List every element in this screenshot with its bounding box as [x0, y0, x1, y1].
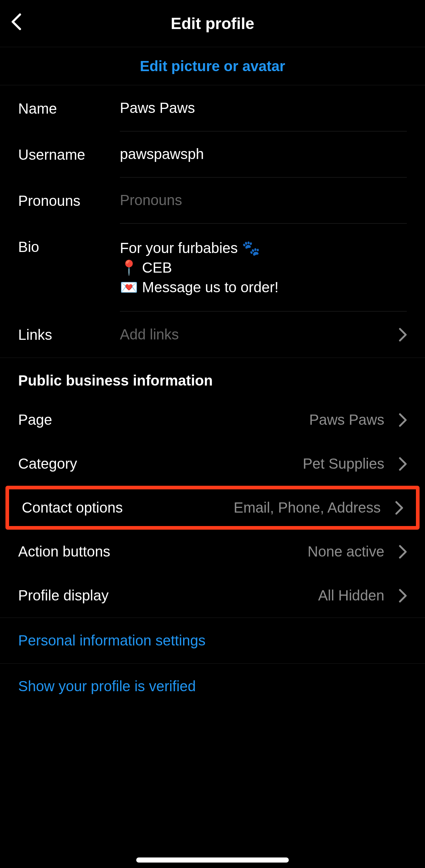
edit-picture-row[interactable]: Edit picture or avatar [0, 47, 425, 85]
links-placeholder: Add links [120, 326, 392, 343]
business-section-header: Public business information [0, 358, 425, 398]
personal-info-row[interactable]: Personal information settings [0, 618, 425, 663]
bio-label: Bio [18, 238, 120, 255]
chevron-left-icon [11, 13, 22, 31]
chevron-right-icon [399, 328, 407, 342]
header: Edit profile [0, 0, 425, 47]
bio-value: For your furbabies 🐾 📍 CEB 💌 Message us … [120, 238, 407, 297]
chevron-right-icon [399, 457, 407, 471]
verified-row[interactable]: Show your profile is verified [0, 663, 425, 709]
profile-display-label: Profile display [18, 587, 318, 604]
chevron-right-icon [399, 589, 407, 603]
chevron-right-icon [399, 545, 407, 559]
contact-options-value: Email, Phone, Address [234, 500, 381, 516]
form-section: Name Paws Paws Username pawspawsph Prono… [0, 85, 425, 358]
category-value: Pet Supplies [303, 456, 384, 472]
page-row[interactable]: Page Paws Paws [0, 398, 425, 442]
category-label: Category [18, 456, 303, 472]
chevron-right-icon [399, 413, 407, 427]
name-label: Name [18, 100, 120, 117]
action-buttons-label: Action buttons [18, 543, 308, 560]
username-row[interactable]: Username pawspawsph [0, 131, 425, 178]
contact-options-label: Contact options [22, 500, 234, 516]
verified-link: Show your profile is verified [18, 678, 196, 694]
back-button[interactable] [7, 13, 25, 31]
username-value: pawspawsph [120, 146, 407, 162]
personal-info-link: Personal information settings [18, 632, 206, 648]
bio-row[interactable]: Bio For your furbabies 🐾 📍 CEB 💌 Message… [0, 224, 425, 311]
edit-picture-link: Edit picture or avatar [140, 58, 285, 74]
page-label: Page [18, 412, 309, 428]
contact-options-highlight: Contact options Email, Phone, Address [5, 486, 420, 530]
pronouns-label: Pronouns [18, 192, 120, 209]
page-value: Paws Paws [309, 412, 384, 428]
action-buttons-row[interactable]: Action buttons None active [0, 530, 425, 574]
profile-display-value: All Hidden [318, 587, 384, 604]
pronouns-row[interactable]: Pronouns Pronouns [0, 178, 425, 224]
action-buttons-value: None active [308, 543, 384, 560]
chevron-right-icon [395, 501, 403, 515]
category-row[interactable]: Category Pet Supplies [0, 442, 425, 486]
profile-display-row[interactable]: Profile display All Hidden [0, 574, 425, 618]
name-value: Paws Paws [120, 100, 407, 116]
links-label: Links [18, 326, 120, 343]
contact-options-row[interactable]: Contact options Email, Phone, Address [9, 489, 416, 526]
pronouns-placeholder: Pronouns [120, 192, 407, 208]
name-row[interactable]: Name Paws Paws [0, 85, 425, 131]
links-row[interactable]: Links Add links [0, 311, 425, 358]
page-title: Edit profile [171, 15, 254, 33]
username-label: Username [18, 146, 120, 163]
home-indicator[interactable] [136, 857, 289, 863]
